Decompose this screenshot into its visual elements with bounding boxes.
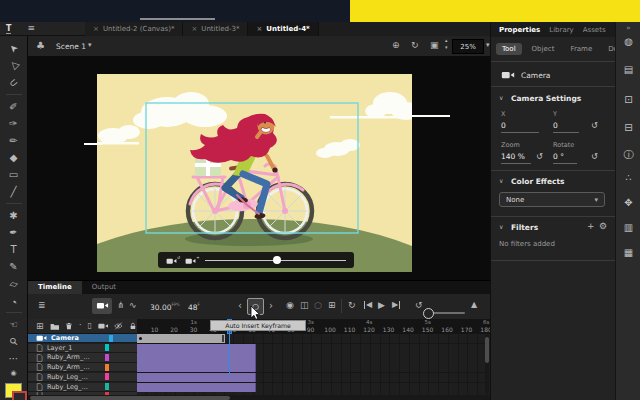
stroke-color-swatch[interactable] — [12, 391, 27, 400]
close-tab-icon[interactable]: × — [93, 25, 99, 33]
color-effects-title[interactable]: Color Effects — [511, 177, 564, 186]
tween-frame-span[interactable] — [137, 373, 256, 382]
layer-row-Ruby_Leg_…[interactable]: Ruby_Leg_… — [28, 383, 137, 392]
step-forward-icon[interactable]: ▶ — [392, 301, 400, 309]
asset-warp-tool[interactable]: ✱ — [0, 207, 27, 224]
center-stage-icon[interactable]: ⊕ — [392, 41, 400, 50]
layers-stack-icon[interactable]: ≣ — [38, 301, 46, 310]
add-filter-icon[interactable]: + — [587, 222, 595, 231]
tools-panel-menu-icon[interactable]: ≡ — [27, 24, 35, 33]
paint-bucket-tool[interactable]: ▱ — [0, 275, 27, 292]
camera-toggle-button[interactable] — [92, 298, 112, 314]
layer-frames[interactable] — [137, 334, 490, 344]
lasso-tool[interactable]: ⊂ — [0, 74, 27, 91]
add-camera-icon[interactable] — [98, 322, 108, 330]
subtab-tool[interactable]: Tool — [496, 43, 522, 55]
pencil-tool[interactable]: ✎ — [0, 258, 27, 275]
layer-row-Layer_1[interactable]: Layer_1 — [28, 344, 137, 353]
panel-tab-assets[interactable]: Assets — [583, 26, 606, 34]
close-tab-icon[interactable]: × — [256, 25, 262, 33]
panel-tab-library[interactable]: Library — [549, 26, 573, 34]
timeline-zoom-knob[interactable] — [423, 308, 434, 319]
camera-frame-span[interactable] — [137, 334, 225, 343]
close-tab-icon[interactable]: × — [191, 25, 197, 33]
panel-tab-properties[interactable]: Properties — [499, 26, 540, 34]
insert-frame-icon[interactable]: ⊞ — [328, 301, 336, 310]
zoom-level-input[interactable]: 25% — [452, 39, 484, 54]
fps-value[interactable]: 30.00FPS — [150, 302, 180, 312]
fluid-brush-tool[interactable]: ✐ — [0, 98, 27, 115]
layer-frames[interactable] — [137, 344, 490, 354]
x-value-field[interactable]: 0 — [501, 121, 539, 133]
rectangle-tool[interactable]: ▭ — [0, 166, 27, 183]
vertical-scrollbar-thumb[interactable] — [485, 337, 489, 363]
lock-all-layers-icon[interactable] — [129, 321, 137, 331]
camera-settings-title[interactable]: Camera Settings — [511, 94, 581, 103]
insert-blank-keyframe-icon[interactable]: ○ — [314, 301, 322, 310]
rotate-stage-icon[interactable]: ↻ — [411, 41, 419, 50]
prev-keyframe-icon[interactable]: ‹ — [238, 301, 242, 311]
outline-layers-icon[interactable]: ▯ — [88, 322, 92, 330]
ink-bottle-tool[interactable]: ✒ — [0, 224, 27, 241]
step-back-icon[interactable]: ◀ — [364, 301, 372, 309]
pasteboard[interactable]: ↺ + — [28, 56, 490, 280]
insert-keyframe-icon[interactable]: ◉ — [286, 301, 294, 310]
new-folder-icon[interactable] — [50, 322, 60, 331]
color-effect-dropdown[interactable]: None ▾ — [499, 192, 605, 207]
asset-sculpt-panel-icon[interactable]: ✥ — [616, 197, 640, 208]
reset-timeline-zoom-icon[interactable]: ↺ — [415, 301, 423, 310]
camera-zoom-icon[interactable]: + — [185, 255, 199, 264]
tween-frame-span[interactable] — [137, 344, 256, 353]
timeline-zoom-max-icon[interactable]: ▲ — [471, 301, 477, 309]
stage[interactable] — [97, 74, 412, 272]
camera-rotate-field[interactable]: 0 ° — [553, 152, 577, 164]
transform-panel-icon[interactable]: ⊡ — [616, 94, 640, 105]
collapse-filters-icon[interactable]: ∨ — [499, 224, 503, 230]
eyedropper-tool[interactable]: ❛ — [0, 292, 27, 309]
layer-row-Ruby_Arm_…[interactable]: Ruby_Arm_… — [28, 363, 137, 372]
reset-rotate-icon[interactable]: ↺ — [591, 152, 598, 161]
layer-row-Camera[interactable]: Camera — [28, 334, 137, 343]
layer-frames[interactable] — [137, 353, 490, 363]
frame-picker-panel-icon[interactable]: ▤ — [616, 64, 640, 75]
layer-frames[interactable] — [137, 363, 490, 373]
zoom-tool[interactable]: ⚲ — [0, 333, 27, 350]
camera-zoom-slider[interactable] — [205, 260, 346, 261]
show-hide-all-layers-icon[interactable] — [114, 321, 123, 331]
zoom-stepper-up[interactable]: ▴ — [445, 38, 448, 43]
fill-color-swatch[interactable] — [5, 383, 22, 398]
layer-row-Ruby_Arm_…[interactable]: Ruby_Arm_… — [28, 353, 137, 362]
line-tool[interactable]: ╱ — [0, 183, 27, 200]
document-tab[interactable]: ×Untitled-4* — [248, 22, 318, 36]
tween-frame-span[interactable] — [137, 363, 256, 372]
timeline-ruler[interactable]: 1s2s3s4s5s6s1020304050607080901001101201… — [137, 319, 490, 335]
scene-chevron-icon[interactable]: ▾ — [88, 42, 92, 49]
loop-playback-icon[interactable]: ↻ — [348, 301, 356, 310]
motion-presets-panel-icon[interactable]: ∴ — [616, 172, 640, 183]
info-panel-icon[interactable]: ⓘ — [616, 148, 640, 162]
eraser-tool[interactable]: ◆ — [0, 149, 27, 166]
brushes-panel-icon[interactable]: ◍ — [616, 36, 640, 47]
camera-zoom-field[interactable]: 140 % — [501, 152, 531, 164]
current-frame-value[interactable]: 48F — [188, 302, 200, 312]
camera-zoom-slider-knob[interactable] — [273, 256, 281, 264]
paint-brush-tool[interactable]: ✏ — [0, 132, 27, 149]
layer-row-Ruby_Leg_…[interactable]: Ruby_Leg_… — [28, 373, 137, 382]
selection-tool[interactable]: ➤ — [0, 40, 27, 57]
new-layer-icon[interactable]: ⊞ — [36, 322, 44, 331]
play-button-icon[interactable]: ▶ — [378, 301, 385, 310]
horizontal-scrollbar-thumb[interactable] — [30, 396, 230, 400]
zoom-stepper-down[interactable]: ▾ — [445, 45, 448, 50]
y-value-field[interactable]: 0 — [553, 121, 579, 133]
tween-frame-span[interactable] — [137, 383, 256, 392]
subselection-tool[interactable]: ▷ — [0, 57, 27, 74]
text-tool[interactable]: T — [0, 241, 27, 258]
layer-frames[interactable] — [137, 383, 490, 393]
camera-rotate-icon[interactable]: ↺ — [166, 255, 180, 264]
tween-frame-span[interactable] — [137, 353, 256, 362]
timeline-tab-output[interactable]: Output — [82, 281, 126, 294]
collapse-color-effects-icon[interactable]: ∨ — [499, 178, 503, 184]
collapse-camera-settings-icon[interactable]: ∨ — [499, 95, 503, 101]
delete-layer-icon[interactable] — [65, 321, 73, 331]
layer-frames[interactable] — [137, 373, 490, 383]
